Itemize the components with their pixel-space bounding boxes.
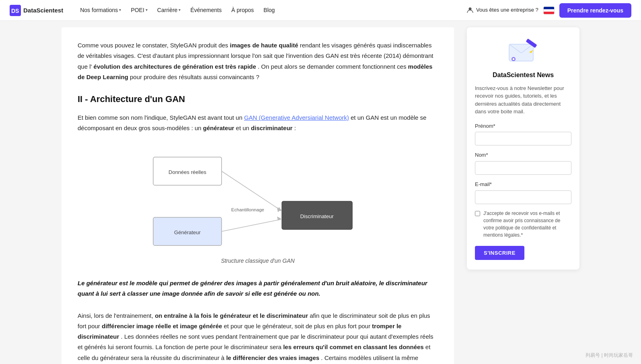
nav-formations-label: Nos formations — [80, 6, 118, 14]
page-wrapper: Comme vous pouvez le constater, StyleGAN… — [55, 21, 586, 364]
nom-label: Nom* — [475, 151, 571, 160]
section-bold-generateur: générateur — [203, 125, 234, 131]
newsletter-icon — [507, 37, 539, 65]
svg-point-20 — [513, 58, 515, 60]
nav-item-formations[interactable]: Nos formations ▾ — [76, 3, 125, 17]
email-group: E-mail* — [475, 180, 571, 204]
intro-bold-2: évolution des architectures de génératio… — [94, 63, 256, 70]
section-bold-discriminateur: discriminateur — [251, 125, 292, 131]
navbar: DS DataScientest Nos formations ▾ POEI ▾… — [0, 0, 641, 21]
diagram-caption: Structure classique d'un GAN — [221, 256, 294, 265]
nom-input[interactable] — [475, 161, 571, 175]
checkbox-group: J'accepte de recevoir vos e-mails et con… — [475, 210, 571, 239]
svg-marker-13 — [277, 207, 281, 212]
newsletter-description: Inscrivez-vous à notre Newsletter pour r… — [475, 84, 571, 116]
svg-text:Générateur: Générateur — [174, 229, 201, 235]
body-bold-4: les erreurs qu'il commet en classant les… — [283, 344, 424, 350]
prenom-input[interactable] — [475, 132, 571, 145]
body-text-1: Ainsi, lors de l'entrainement, — [78, 312, 155, 319]
body-text-3: et pour que le générateur, soit de plus … — [224, 323, 372, 329]
section-intro-text-1: Et bien comme son nom l'indique, StyleGA… — [78, 114, 244, 121]
email-label: E-mail* — [475, 180, 571, 189]
section-intro-text-4: : — [294, 125, 296, 131]
nav-evenements-label: Événements — [190, 6, 222, 14]
nav-item-carriere[interactable]: Carrière ▾ — [153, 3, 185, 17]
nav-item-blog[interactable]: Blog — [259, 3, 279, 17]
french-flag[interactable] — [543, 6, 555, 14]
nav-apropos-label: À propos — [231, 6, 254, 14]
checkbox-label: J'accepte de recevoir vos e-mails et con… — [483, 210, 571, 239]
svg-line-9 — [222, 171, 281, 211]
intro-bold-1: images de haute qualité — [230, 42, 298, 49]
navbar-nav: Nos formations ▾ POEI ▾ Carrière ▾ Événe… — [76, 3, 466, 17]
nav-carriere-label: Carrière — [157, 6, 178, 14]
body-paragraph: Ainsi, lors de l'entrainement, on entraî… — [78, 311, 438, 364]
intro-text-4: pour produire des résultats aussi convai… — [130, 74, 259, 80]
sidebar: DataScientest News Inscrivez-vous à notr… — [467, 21, 579, 270]
nav-poei-label: POEI — [131, 6, 144, 14]
intro-text-3: . On peut alors se demander comment fonc… — [258, 63, 408, 70]
email-input[interactable] — [475, 190, 571, 204]
svg-text:Données réelles: Données réelles — [168, 169, 206, 175]
svg-text:Echantillonnage: Echantillonnage — [231, 207, 264, 212]
diagram-container: Données réelles Générateur Discriminateu… — [78, 145, 438, 265]
chevron-down-icon: ▾ — [119, 7, 121, 13]
cta-button[interactable]: Prendre rendez-vous — [559, 3, 631, 18]
nav-item-poei[interactable]: POEI ▾ — [127, 3, 151, 17]
nav-blog-label: Blog — [263, 6, 275, 14]
svg-text:Discriminateur: Discriminateur — [300, 213, 334, 219]
intro-paragraph: Comme vous pouvez le constater, StyleGAN… — [78, 40, 438, 82]
newsletter-title: DataScientest News — [475, 70, 571, 80]
nav-item-evenements[interactable]: Événements — [186, 3, 226, 17]
newsletter-card: DataScientest News Inscrivez-vous à notr… — [467, 27, 579, 270]
body-bold-2: différencier image réelle et image génér… — [102, 323, 222, 329]
section-intro-paragraph: Et bien comme son nom l'indique, StyleGA… — [78, 112, 438, 134]
chevron-down-icon: ▾ — [179, 7, 181, 13]
section-intro-text-3: et un — [236, 125, 251, 131]
subscribe-button[interactable]: S'INSCRIRE — [475, 246, 524, 260]
nom-group: Nom* — [475, 151, 571, 175]
highlight-block: Le générateur est le modèle qui permet d… — [78, 276, 438, 301]
gan-link[interactable]: GAN (Generative Adversiarial Network) — [244, 114, 349, 121]
gan-diagram: Données réelles Générateur Discriminateu… — [145, 145, 370, 249]
flag-red — [544, 12, 554, 14]
prenom-group: Prénom* — [475, 122, 571, 146]
consent-checkbox[interactable] — [475, 211, 480, 216]
watermark: 列易号 | 时尚玩家岳哥 — [586, 352, 633, 359]
section-heading: II - Architecture d'un GAN — [78, 92, 438, 106]
logo-text: DataScientest — [23, 6, 63, 15]
diagram-svg-wrapper: Données réelles Générateur Discriminateu… — [145, 145, 370, 252]
newsletter-icon-area — [475, 37, 571, 65]
prenom-label: Prénom* — [475, 122, 571, 131]
navbar-right: Vous êtes une entreprise ? Prendre rende… — [466, 3, 631, 18]
svg-line-10 — [222, 219, 281, 231]
person-icon — [466, 6, 474, 14]
body-bold-5: le différencier des vraies images — [226, 354, 319, 361]
logo-icon: DS — [10, 5, 21, 16]
enterprise-label: Vous êtes une entreprise ? — [476, 6, 538, 14]
body-bold-1: on entraîne à la fois le générateur et l… — [155, 312, 308, 319]
chevron-down-icon: ▾ — [146, 7, 148, 13]
main-content: Comme vous pouvez le constater, StyleGAN… — [62, 27, 454, 364]
enterprise-link[interactable]: Vous êtes une entreprise ? — [466, 6, 538, 14]
intro-text-1: Comme vous pouvez le constater, StyleGAN… — [78, 42, 230, 49]
highlight-text: Le générateur est le modèle qui permet d… — [78, 278, 438, 299]
nav-item-apropos[interactable]: À propos — [227, 3, 258, 17]
logo-link[interactable]: DS DataScientest — [10, 5, 63, 16]
svg-text:DS: DS — [11, 8, 19, 14]
